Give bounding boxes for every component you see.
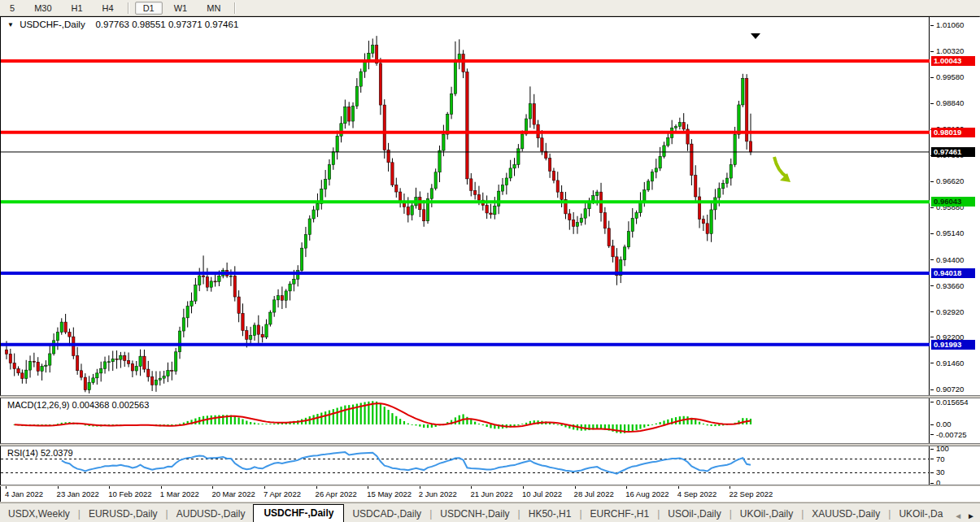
price-badge-0.94018: 0.94018 [931, 268, 975, 278]
rsi-tick-mark [930, 459, 934, 459]
price-badge-1.00043: 1.00043 [931, 56, 975, 66]
price-chart-surface[interactable] [1, 17, 930, 395]
time-tick-mark [575, 486, 576, 489]
price-tick-mark [930, 285, 934, 286]
time-tick-mark [6, 486, 7, 489]
x-axis-label: 10 Feb 2022 [108, 489, 151, 498]
tab-usoil-daily[interactable]: USOil-,Daily [660, 506, 729, 522]
x-axis-label: 20 Mar 2022 [211, 489, 255, 498]
macd-axis: 0.0156540.00-0.00725 [930, 398, 980, 443]
x-axis-label: 21 Jun 2022 [470, 489, 512, 498]
x-axis-label: 2 Jun 2022 [419, 489, 457, 498]
tab-hk50-h1[interactable]: HK50-,H1 [520, 506, 580, 522]
rsi-tick-label: 70 [936, 455, 945, 463]
tab-usdx-weekly[interactable]: USDX,Weekly [0, 506, 78, 522]
macd-tick-label: 0.00 [936, 420, 952, 428]
price-tick-label: 0.95140 [936, 228, 964, 237]
macd-tick-mark [930, 402, 934, 402]
x-axis-label: 23 Jan 2022 [57, 489, 99, 498]
x-axis-label: 26 Apr 2022 [316, 489, 357, 498]
rsi-label: RSI(14) 52.0379 [7, 448, 73, 458]
tab-eurchf-h1[interactable]: EURCHF-,H1 [582, 506, 658, 522]
x-axis-label: 15 May 2022 [367, 489, 412, 498]
time-tick-mark [316, 486, 317, 489]
timeframe-button-h4[interactable]: H4 [94, 2, 122, 15]
rsi-tick-label: 100 [936, 446, 949, 453]
tab-usdcnh-daily[interactable]: USDCNH-,Daily [432, 506, 517, 522]
tab-eurusd-daily[interactable]: EURUSD-,Daily [81, 506, 166, 522]
price-tick-mark [930, 181, 934, 182]
time-tick-mark [161, 486, 162, 489]
tab-usdcad-daily[interactable]: USDCAD-,Daily [344, 506, 429, 522]
time-tick-mark [523, 486, 524, 489]
tab-scroll-right-icon[interactable]: ► [967, 511, 975, 520]
x-axis-label: 16 Aug 2022 [625, 489, 669, 498]
x-axis-label: 4 Jan 2022 [5, 489, 43, 498]
price-axis[interactable]: 1.010601.003200.995800.988400.981000.973… [930, 17, 980, 395]
price-tick-mark [930, 337, 934, 337]
macd-tick-label: 0.015654 [936, 398, 969, 407]
timeframe-button-5[interactable]: 5 [2, 2, 23, 15]
tab-ukoil-da[interactable]: UKOil-,Da [891, 506, 951, 522]
price-tick-mark [930, 25, 934, 26]
tab-scroll-left-icon[interactable]: ◄ [954, 511, 962, 520]
timeframe-button-mn[interactable]: MN [198, 2, 229, 15]
macd-tick-mark [930, 434, 934, 435]
price-tick-mark [930, 233, 934, 234]
timeframe-button-d1[interactable]: D1 [135, 2, 163, 15]
time-tick-mark [626, 486, 627, 489]
sell-arrow-annotation[interactable] [774, 157, 791, 182]
price-tick-mark [930, 311, 934, 312]
timeframe-button-m30[interactable]: M30 [26, 2, 59, 15]
time-tick-mark [730, 486, 730, 489]
time-tick-mark [420, 486, 420, 489]
time-tick-mark [264, 486, 265, 489]
rsi-axis: 10070300 [930, 446, 980, 485]
macd-pane: MACD(12,26,9) 0.004368 0.002563 0.015654… [0, 398, 980, 444]
macd-label: MACD(12,26,9) 0.004368 0.002563 [7, 400, 149, 410]
x-axis-label: 7 Apr 2022 [264, 489, 301, 498]
price-badge-0.98019: 0.98019 [931, 128, 975, 137]
rsi-tick-label: 0 [936, 478, 940, 485]
price-chart-pane: ▼ USDCHF-,Daily 0.97763 0.98551 0.97371 … [0, 16, 980, 396]
price-tick-label: 0.98840 [936, 98, 964, 107]
trading-terminal-window: 5M30H1H4D1W1MN ▼ USDCHF-,Daily 0.97763 0… [0, 0, 980, 522]
rsi-tick-mark [930, 449, 934, 450]
rsi-plot-surface[interactable] [1, 446, 930, 485]
time-tick-mark [471, 486, 472, 489]
x-axis-label: 10 Jul 2022 [522, 489, 562, 498]
price-tick-label: 0.90720 [936, 385, 964, 394]
macd-tick-label: -0.00725 [936, 430, 967, 439]
toolbar-separator [128, 2, 129, 14]
timeframe-button-w1[interactable]: W1 [166, 2, 196, 15]
timeframe-button-h1[interactable]: H1 [63, 2, 91, 15]
price-tick-label: 1.00320 [936, 46, 964, 55]
rsi-tick-label: 30 [936, 468, 945, 476]
time-tick-mark [212, 486, 213, 489]
tab-audusd-daily[interactable]: AUDUSD-,Daily [168, 506, 254, 522]
price-tick-mark [930, 207, 934, 208]
price-tick-mark [930, 103, 934, 104]
tab-xauusd-daily[interactable]: XAUUSD-,Daily [804, 506, 888, 522]
tab-usdchf-daily[interactable]: USDCHF-,Daily [253, 504, 344, 522]
rsi-line [62, 452, 751, 474]
timeframe-toolbar: 5M30H1H4D1W1MN [0, 0, 980, 16]
x-axis-label: 28 Jul 2022 [574, 489, 614, 498]
time-tick-mark [678, 486, 679, 489]
arrow-down-marker[interactable] [751, 33, 760, 39]
rsi-pane: RSI(14) 52.0379 10070300 [0, 446, 980, 485]
price-tick-mark [930, 77, 934, 78]
price-tick-label: 0.96620 [936, 176, 964, 185]
price-tick-label: 0.99580 [936, 72, 964, 81]
macd-tick-mark [930, 424, 934, 425]
price-tick-mark [930, 51, 934, 52]
chevron-down-icon: ▼ [7, 21, 14, 28]
x-axis-label: 1 Mar 2022 [160, 489, 199, 498]
tab-ukoil-daily[interactable]: UKOil-,Daily [732, 506, 801, 522]
time-tick-mark [109, 486, 110, 489]
chart-tab-bar: USDX,Weekly|EURUSD-,Daily|AUDUSD-,DailyU… [0, 502, 980, 522]
time-tick-mark [58, 486, 59, 489]
price-tick-label: 0.93660 [936, 281, 964, 290]
time-axis[interactable]: 4 Jan 202223 Jan 202210 Feb 20221 Mar 20… [0, 486, 980, 502]
tab-scroll-arrows: ◄► [954, 511, 980, 522]
